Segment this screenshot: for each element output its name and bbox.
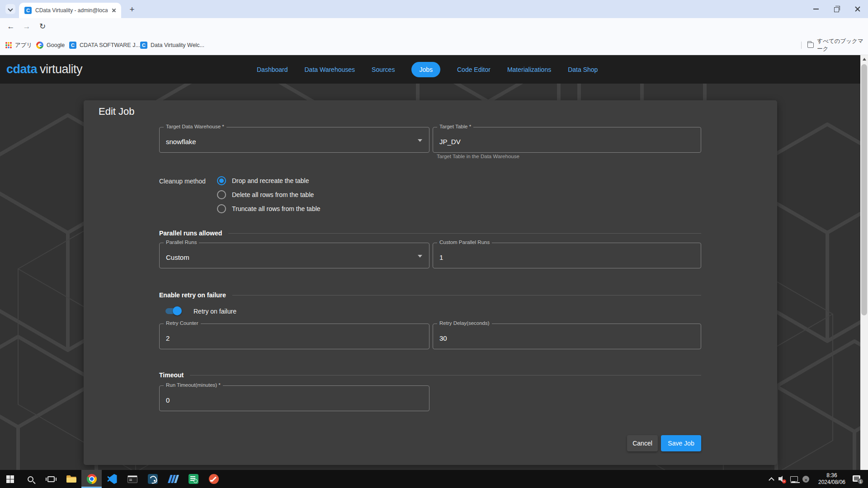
back-button[interactable] [5, 20, 17, 33]
custom-parallel-runs-input[interactable]: Custom Parallel Runs 1 [433, 243, 701, 268]
radio-icon[interactable] [217, 190, 226, 199]
clock-time: 8:36 [813, 472, 851, 479]
notification-center-button[interactable]: 1 [851, 470, 866, 488]
nav-jobs[interactable]: Jobs [411, 62, 440, 77]
field-value: 1 [439, 253, 443, 261]
forward-button[interactable] [20, 20, 33, 33]
log-viewer-button[interactable] [183, 470, 203, 488]
dropdown-arrow-icon [418, 139, 422, 142]
clock-date: 2024/08/06 [813, 479, 851, 486]
parallel-runs-section: Parallel runs allowed [159, 230, 701, 237]
field-label: Retry Delay(seconds) [437, 320, 492, 326]
section-divider [190, 375, 701, 375]
nav-dashboard[interactable]: Dashboard [257, 66, 288, 73]
retry-counter-input[interactable]: Retry Counter 2 [159, 324, 429, 349]
scrollbar-up-arrow[interactable] [863, 58, 866, 61]
browser-tab[interactable]: CData Virtuality - admin@locall [19, 3, 121, 18]
nav-data-shop[interactable]: Data Shop [568, 66, 598, 73]
field-value: 0 [166, 396, 170, 404]
nav-code-editor[interactable]: Code Editor [457, 66, 491, 73]
vscode-button[interactable] [102, 470, 122, 488]
terminal-icon [127, 475, 137, 483]
bookmark-cdata-software[interactable]: CDATA SOFTWARE J... [69, 40, 140, 50]
main-nav: Dashboard Data Warehouses Sources Jobs C… [257, 55, 598, 84]
start-button[interactable] [0, 470, 20, 488]
folder-icon [807, 42, 814, 48]
nav-data-warehouses[interactable]: Data Warehouses [305, 66, 355, 73]
chrome-icon [87, 474, 97, 484]
radio-drop-recreate[interactable]: Drop and recreate the table [217, 176, 309, 185]
search-icon [28, 476, 33, 482]
cancel-button[interactable]: Cancel [627, 435, 658, 451]
network-icon[interactable] [788, 470, 801, 488]
nav-sources[interactable]: Sources [372, 66, 395, 73]
field-label: Target Data Warehouse * [164, 124, 226, 129]
window-minimize-button[interactable] [806, 0, 826, 18]
system-tray: 8:36 2024/08/06 1 [767, 470, 868, 488]
bookmark-google[interactable]: Google [36, 40, 65, 50]
log-viewer-icon [189, 474, 198, 484]
run-timeout-input[interactable]: Run Timeout(minutes) * 0 [159, 385, 429, 411]
tab-search-chevron-icon[interactable] [5, 4, 15, 14]
reload-button[interactable] [36, 20, 49, 33]
app-logo[interactable]: cdatavirtuality [6, 62, 82, 76]
save-job-button[interactable]: Save Job [661, 435, 701, 451]
retry-section: Enable retry on failure [159, 291, 701, 299]
bookmark-label: Data Virtuality Welc... [151, 42, 204, 48]
radio-delete-rows[interactable]: Delete all rows from the table [217, 190, 314, 199]
dropdown-arrow-icon [418, 255, 422, 258]
tab-close-icon[interactable] [110, 7, 118, 14]
scrollbar-thumb[interactable] [861, 64, 867, 315]
all-bookmarks-button[interactable]: すべてのブックマーク [807, 40, 868, 50]
bookmark-label: アプリ [15, 42, 32, 49]
browser-toolbar: localhost:8080/account/#/u/0/jobs/edit/8… [0, 18, 868, 35]
window-restore-button[interactable] [826, 0, 847, 18]
layers-app-icon [168, 475, 178, 483]
speaker-muted-icon[interactable] [777, 470, 788, 488]
taskbar [0, 470, 868, 488]
terminal-button[interactable] [122, 470, 142, 488]
radio-icon-selected[interactable] [217, 176, 226, 185]
bookmark-data-virtuality[interactable]: Data Virtuality Welc... [140, 40, 204, 50]
bookmark-label: Google [47, 42, 65, 48]
field-label: Retry Counter [164, 320, 201, 326]
status-x-icon[interactable] [801, 470, 813, 488]
orange-app-button[interactable] [203, 470, 224, 488]
target-table-input[interactable]: Target Table * JP_DV [433, 127, 701, 153]
bookmark-apps[interactable]: アプリ [5, 40, 32, 50]
file-explorer-icon [66, 475, 76, 483]
screen: CData Virtuality - admin@locall localhos… [0, 0, 868, 488]
radio-truncate-rows[interactable]: Truncate all rows from the table [217, 204, 321, 213]
window-close-button[interactable] [847, 0, 868, 18]
field-label: Run Timeout(minutes) * [164, 382, 223, 388]
cdata-icon [69, 42, 76, 49]
parallel-runs-select[interactable]: Parallel Runs Custom [159, 243, 429, 268]
retry-delay-input[interactable]: Retry Delay(seconds) 30 [433, 324, 701, 349]
retry-toggle-label: Retry on failure [193, 308, 236, 315]
vscode-icon [107, 474, 117, 484]
radio-icon[interactable] [217, 204, 226, 213]
field-value: 2 [166, 334, 170, 342]
field-label: Custom Parallel Runs [437, 239, 492, 245]
task-view-button[interactable] [41, 470, 61, 488]
file-explorer-button[interactable] [61, 470, 81, 488]
field-value: snowflake [166, 138, 196, 145]
window-controls [806, 0, 868, 18]
layers-app-button[interactable] [163, 470, 183, 488]
chrome-button[interactable] [81, 470, 102, 488]
taskbar-clock[interactable]: 8:36 2024/08/06 [813, 472, 851, 486]
target-data-warehouse-select[interactable]: Target Data Warehouse * snowflake [159, 127, 429, 153]
database-tool-button[interactable] [142, 470, 163, 488]
retry-toggle[interactable] [165, 306, 182, 315]
new-tab-button[interactable] [127, 4, 137, 15]
taskbar-search-button[interactable] [20, 470, 41, 488]
orange-app-icon [209, 474, 219, 484]
nav-materializations[interactable]: Materializations [507, 66, 551, 73]
toggle-thumb [173, 306, 182, 315]
section-divider [232, 295, 701, 296]
task-view-icon [47, 476, 55, 482]
page-scrollbar[interactable] [860, 55, 868, 470]
notification-badge: 1 [858, 479, 863, 484]
tray-expand-icon[interactable] [767, 470, 777, 488]
section-divider [228, 233, 701, 234]
